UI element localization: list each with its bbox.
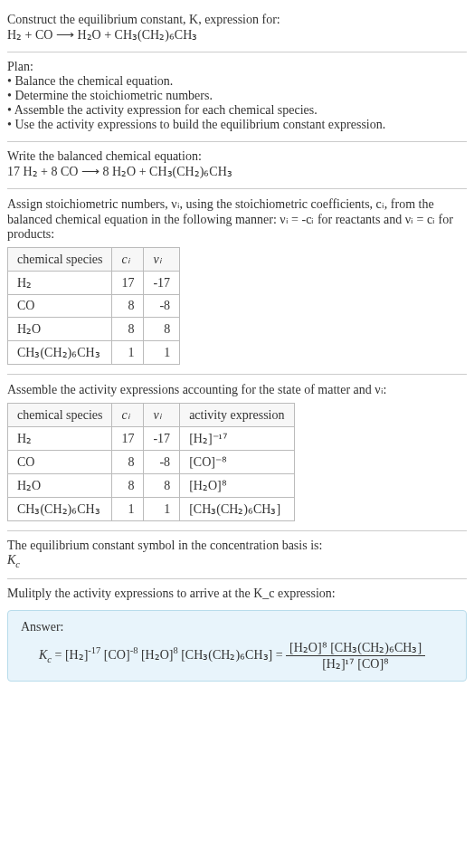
cell-ci: 1 [112,341,144,365]
cell-ci: 1 [112,498,144,521]
table-row: H₂O 8 8 [8,318,180,341]
table-row: H₂O 8 8 [H₂O]⁸ [8,474,295,498]
balanced: Write the balanced chemical equation: 17… [7,149,467,179]
cell-activity: [H₂O]⁸ [180,474,294,498]
multiply-text: Mulitply the activity expressions to arr… [7,587,467,601]
prompt-text: Construct the equilibrium constant, K, e… [7,13,280,26]
cell-vi: 1 [144,498,180,521]
cell-species: CH₃(CH₂)₆CH₃ [8,498,112,521]
assign-stoich: Assign stoichiometric numbers, νᵢ, using… [7,196,467,365]
prompt-line1: Construct the equilibrium constant, K, e… [7,13,467,27]
cell-species: CO [8,295,112,318]
cell-vi: 8 [144,318,180,341]
table-row: H₂ 17 -17 [8,272,180,295]
col-vi: νᵢ [144,404,180,427]
plan-heading: Plan: [7,60,467,74]
fraction-denominator: [H₂]¹⁷ [CO]⁸ [286,656,425,672]
divider [7,188,467,189]
table-row: CH₃(CH₂)₆CH₃ 1 1 [8,341,180,365]
plan: Plan: • Balance the chemical equation. •… [7,60,467,132]
prompt: Construct the equilibrium constant, K, e… [7,13,467,43]
kc-symbol: The equilibrium constant symbol in the c… [7,539,467,569]
plan-item: • Determine the stoichiometric numbers. [7,89,467,103]
cell-ci: 8 [112,474,144,498]
table-row: H₂ 17 -17 [H₂]⁻¹⁷ [8,427,295,451]
cell-vi: 1 [144,341,180,365]
divider [7,141,467,142]
cell-species: CH₃(CH₂)₆CH₃ [8,341,112,365]
col-activity: activity expression [180,404,294,427]
col-ci: cᵢ [112,404,144,427]
stoich-table: chemical species cᵢ νᵢ H₂ 17 -17 CO 8 -8… [7,247,180,365]
table-header-row: chemical species cᵢ νᵢ activity expressi… [8,404,295,427]
col-vi: νᵢ [144,248,180,272]
col-species: chemical species [8,248,112,272]
plan-item: • Balance the chemical equation. [7,74,467,89]
plan-item: • Use the activity expressions to build … [7,118,467,132]
answer-expression: Kc = [H₂]-17 [CO]-8 [H₂O]8 [CH₃(CH₂)₆CH₃… [21,640,453,672]
table-row: CH₃(CH₂)₆CH₃ 1 1 [CH₃(CH₂)₆CH₃] [8,498,295,521]
balanced-heading: Write the balanced chemical equation: [7,149,467,164]
cell-species: H₂ [8,427,112,451]
multiply-section: Mulitply the activity expressions to arr… [7,587,467,601]
divider [7,578,467,579]
cell-activity: [CO]⁻⁸ [180,451,294,474]
divider [7,530,467,531]
activity-text: Assemble the activity expressions accoun… [7,382,467,397]
answer-label: Answer: [21,620,453,634]
cell-ci: 8 [112,295,144,318]
cell-vi: -8 [144,295,180,318]
table-row: CO 8 -8 [CO]⁻⁸ [8,451,295,474]
divider [7,374,467,375]
cell-activity: [H₂]⁻¹⁷ [180,427,294,451]
cell-ci: 8 [112,451,144,474]
cell-species: H₂O [8,318,112,341]
answer-box: Answer: Kc = [H₂]-17 [CO]-8 [H₂O]8 [CH₃(… [7,610,467,682]
col-ci: cᵢ [112,248,144,272]
cell-ci: 8 [112,318,144,341]
kc-text: The equilibrium constant symbol in the c… [7,539,467,553]
kc-var: Kc [39,648,52,662]
eq-sign: = [276,648,286,662]
cell-vi: 8 [144,474,180,498]
cell-ci: 17 [112,272,144,295]
kc-label: Kc [7,553,467,569]
fraction-numerator: [H₂O]⁸ [CH₃(CH₂)₆CH₃] [286,640,425,656]
expanded: [H₂]-17 [CO]-8 [H₂O]8 [CH₃(CH₂)₆CH₃] [65,648,272,662]
divider [7,52,467,52]
cell-vi: -17 [144,272,180,295]
cell-species: H₂O [8,474,112,498]
balanced-equation: 17 H₂ + 8 CO ⟶ 8 H₂O + CH₃(CH₂)₆CH₃ [7,164,467,179]
activity-section: Assemble the activity expressions accoun… [7,382,467,521]
col-species: chemical species [8,404,112,427]
assign-text: Assign stoichiometric numbers, νᵢ, using… [7,196,467,242]
cell-vi: -8 [144,451,180,474]
table-header-row: chemical species cᵢ νᵢ [8,248,180,272]
cell-vi: -17 [144,427,180,451]
activity-table: chemical species cᵢ νᵢ activity expressi… [7,403,295,521]
fraction: [H₂O]⁸ [CH₃(CH₂)₆CH₃] [H₂]¹⁷ [CO]⁸ [286,640,425,672]
eq-sign: = [55,648,65,662]
unbalanced-equation: H₂ + CO ⟶ H₂O + CH₃(CH₂)₆CH₃ [7,27,467,43]
cell-species: CO [8,451,112,474]
cell-ci: 17 [112,427,144,451]
cell-species: H₂ [8,272,112,295]
cell-activity: [CH₃(CH₂)₆CH₃] [180,498,294,521]
plan-item: • Assemble the activity expression for e… [7,103,467,118]
table-row: CO 8 -8 [8,295,180,318]
